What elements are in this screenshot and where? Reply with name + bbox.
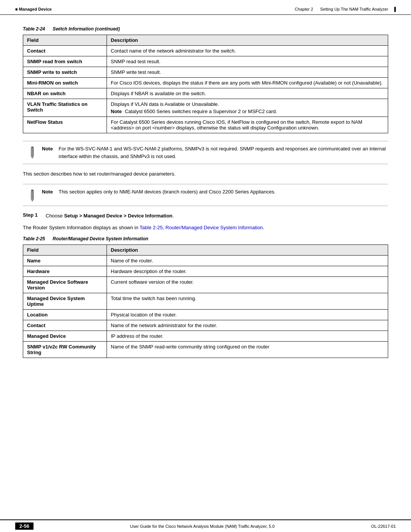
page-footer: 2-56 User Guide for the Cisco Network An… bbox=[0, 519, 411, 532]
cell-note-vlan: Note Catalyst 6500 Series switches requi… bbox=[111, 109, 384, 114]
body2-comma: , bbox=[163, 225, 166, 230]
body-text-2: The Router System Information displays a… bbox=[23, 224, 388, 232]
table25: Field Description Name Name of the route… bbox=[23, 244, 388, 358]
desc-snmp-write: SNMP write test result. bbox=[107, 67, 388, 78]
table24-col-field: Field bbox=[23, 35, 107, 46]
link-table25[interactable]: Table 2-25 bbox=[140, 225, 163, 230]
desc-hardware: Hardware description of the router. bbox=[107, 266, 388, 276]
step1-content: Choose Setup > Managed Device > Device I… bbox=[46, 212, 388, 220]
table-row: Managed Device Software Version Current … bbox=[23, 276, 388, 293]
table-row: Hardware Hardware description of the rou… bbox=[23, 266, 388, 276]
footer-page-num: 2-56 bbox=[15, 522, 33, 530]
desc-nbar: Displays if NBAR is available on the swi… bbox=[107, 88, 388, 99]
desc-sw-version: Current software version of the router. bbox=[107, 276, 388, 293]
field-hardware: Hardware bbox=[23, 266, 107, 276]
table-row: Location Physical location of the router… bbox=[23, 309, 388, 320]
field-nbar: NBAR on switch bbox=[23, 88, 107, 99]
header-chapter: Chapter 2 bbox=[295, 7, 313, 11]
note2-icon-area bbox=[23, 188, 42, 202]
footer-ol: OL-22617-01 bbox=[371, 524, 396, 529]
svg-marker-6 bbox=[31, 199, 34, 202]
table25-title: Router/Managed Device System Information bbox=[53, 236, 148, 241]
svg-rect-0 bbox=[31, 147, 33, 148]
note1-icon-area bbox=[23, 145, 42, 159]
table25-col-desc: Description bbox=[107, 244, 388, 255]
table25-col-field: Field bbox=[23, 244, 107, 255]
pencil-icon bbox=[27, 146, 38, 159]
field-contact2: Contact bbox=[23, 320, 107, 331]
table-row: Name Name of the router. bbox=[23, 255, 388, 266]
note1-content: For the WS-SVC-NAM-1 and WS-SVC-NAM-2 pl… bbox=[59, 145, 388, 160]
cell-note-label: Note bbox=[111, 109, 122, 114]
table24: Field Description Contact Contact name o… bbox=[23, 35, 388, 133]
note1-box: Note For the WS-SVC-NAM-1 and WS-SVC-NAM… bbox=[23, 141, 388, 164]
page-header: ■ Managed Device Chapter 2 Setting Up Th… bbox=[0, 0, 411, 15]
body2-after: . bbox=[263, 225, 264, 230]
field-uptime: Managed Device System Uptime bbox=[23, 293, 107, 309]
field-vlan: VLAN Traffic Statistics on Switch bbox=[23, 99, 107, 117]
table-row: SNMP v1/v2c RW Community String Name of … bbox=[23, 341, 388, 358]
step1-bold: Setup > Managed Device > Device Informat… bbox=[64, 213, 172, 219]
table-row: SNMP write to switch SNMP write test res… bbox=[23, 67, 388, 78]
note2-box: Note This section applies only to NME-NA… bbox=[23, 184, 388, 206]
field-sw-version: Managed Device Software Version bbox=[23, 276, 107, 293]
svg-rect-4 bbox=[31, 190, 33, 191]
footer-title: User Guide for the Cisco Network Analysi… bbox=[41, 524, 363, 529]
step1-row: Step 1 Choose Setup > Managed Device > D… bbox=[23, 212, 388, 220]
svg-rect-3 bbox=[31, 148, 32, 156]
table-row: Contact Name of the network administrato… bbox=[23, 320, 388, 331]
note2-content: This section applies only to NME-NAM dev… bbox=[59, 188, 276, 196]
desc-snmp-community: Name of the SNMP read-write community st… bbox=[107, 341, 388, 358]
body-text-1: This section describes how to set router… bbox=[23, 170, 388, 178]
desc-snmp-read: SNMP read test result. bbox=[107, 56, 388, 67]
desc-contact: Contact name of the network administrato… bbox=[107, 46, 388, 56]
body2-before: The Router System Information displays a… bbox=[23, 225, 140, 230]
desc-mini-rmon: For Cisco IOS devices, displays the stat… bbox=[107, 78, 388, 88]
table25-caption: Table 2-25 Router/Managed Device System … bbox=[23, 236, 388, 241]
note1-label: Note bbox=[42, 145, 56, 152]
header-left: ■ Managed Device bbox=[15, 7, 52, 11]
svg-marker-2 bbox=[31, 156, 34, 159]
svg-rect-7 bbox=[31, 191, 32, 199]
field-snmp-read: SNMP read from switch bbox=[23, 56, 107, 67]
table24-num: Table 2-24 bbox=[23, 26, 45, 32]
desc-name: Name of the router. bbox=[107, 255, 388, 266]
table24-title: Switch Information (continued) bbox=[53, 26, 120, 32]
desc-netflow: For Catalyst 6500 Series devices running… bbox=[107, 117, 388, 133]
table-row: NetFlow Status For Catalyst 6500 Series … bbox=[23, 117, 388, 133]
header-section-label: Managed Device bbox=[19, 7, 52, 11]
field-location: Location bbox=[23, 309, 107, 320]
header-right: Chapter 2 Setting Up The NAM Traffic Ana… bbox=[295, 7, 396, 11]
note1-row: Note For the WS-SVC-NAM-1 and WS-SVC-NAM… bbox=[42, 145, 388, 160]
desc-vlan: Displays if VLAN data is Available or Un… bbox=[107, 99, 388, 117]
note2-label: Note bbox=[42, 188, 56, 195]
header-bar-icon: ▐ bbox=[393, 7, 396, 11]
link-router-info[interactable]: Router/Managed Device System Information bbox=[166, 225, 263, 230]
table24-caption: Table 2-24 Switch Information (continued… bbox=[23, 26, 388, 32]
table-row: Mini-RMON on switch For Cisco IOS device… bbox=[23, 78, 388, 88]
field-mini-rmon: Mini-RMON on switch bbox=[23, 78, 107, 88]
cell-note-text: Catalyst 6500 Series switches require a … bbox=[125, 109, 277, 114]
desc-contact2: Name of the network administrator for th… bbox=[107, 320, 388, 331]
table-row: SNMP read from switch SNMP read test res… bbox=[23, 56, 388, 67]
main-content: Table 2-24 Switch Information (continued… bbox=[0, 15, 411, 388]
table-row: VLAN Traffic Statistics on Switch Displa… bbox=[23, 99, 388, 117]
desc-managed-device: IP address of the router. bbox=[107, 331, 388, 341]
header-square-icon: ■ bbox=[15, 7, 18, 11]
table-row: Managed Device IP address of the router. bbox=[23, 331, 388, 341]
field-name: Name bbox=[23, 255, 107, 266]
header-title: Setting Up The NAM Traffic Analyzer bbox=[320, 7, 388, 11]
note2-row: Note This section applies only to NME-NA… bbox=[42, 188, 276, 196]
field-contact: Contact bbox=[23, 46, 107, 56]
field-snmp-write: SNMP write to switch bbox=[23, 67, 107, 78]
step1-label: Step 1 bbox=[23, 212, 46, 218]
table25-num: Table 2-25 bbox=[23, 236, 45, 241]
table-row: NBAR on switch Displays if NBAR is avail… bbox=[23, 88, 388, 99]
table-row: Contact Contact name of the network admi… bbox=[23, 46, 388, 56]
pencil-icon-2 bbox=[27, 189, 38, 202]
table-row: Managed Device System Uptime Total time … bbox=[23, 293, 388, 309]
field-netflow: NetFlow Status bbox=[23, 117, 107, 133]
table24-col-desc: Description bbox=[107, 35, 388, 46]
desc-location: Physical location of the router. bbox=[107, 309, 388, 320]
field-managed-device: Managed Device bbox=[23, 331, 107, 341]
